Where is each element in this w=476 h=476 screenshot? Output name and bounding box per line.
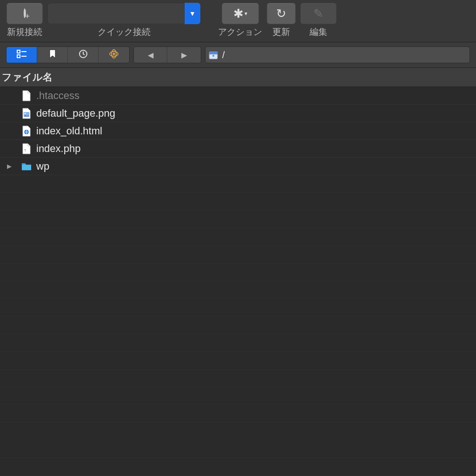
file-list: .htaccess default_page.png index_old.htm… <box>0 87 476 476</box>
quick-connect-control: ▼ <box>47 3 200 24</box>
empty-row <box>0 246 476 264</box>
empty-row <box>0 405 476 423</box>
view-bonjour-button[interactable] <box>99 47 129 63</box>
file-name: wp <box>36 160 49 172</box>
file-row[interactable]: ▶ wp <box>0 158 476 175</box>
file-row[interactable]: default_page.png <box>0 105 476 122</box>
quick-connect-input[interactable] <box>47 3 185 24</box>
edit-button[interactable]: ✎ <box>300 3 337 24</box>
pencil-icon: ✎ <box>313 7 324 21</box>
disk-icon <box>208 49 218 60</box>
empty-row <box>0 175 476 193</box>
empty-row <box>0 228 476 246</box>
file-row[interactable]: T index.php <box>0 140 476 158</box>
quick-connect-dropdown-button[interactable]: ▼ <box>185 3 200 24</box>
main-toolbar: + 新規接続 ▼ クイック接続 ✱ ▾ アクション ↻ 更新 ✎ 編集 <box>0 0 476 42</box>
refresh-group: ↻ 更新 <box>267 3 296 38</box>
view-outline-button[interactable] <box>7 47 37 63</box>
refresh-icon: ↻ <box>276 7 286 21</box>
svg-point-12 <box>25 112 26 114</box>
svg-point-10 <box>212 55 214 57</box>
gear-icon: ✱ <box>233 7 244 21</box>
path-bar[interactable]: / <box>205 47 469 63</box>
view-mode-segment <box>7 47 129 63</box>
action-button[interactable]: ✱ ▾ <box>222 3 259 24</box>
file-row[interactable]: .htaccess <box>0 87 476 105</box>
image-file-icon <box>21 107 32 119</box>
svg-rect-2 <box>17 55 20 58</box>
new-connection-group: + 新規接続 <box>7 3 43 38</box>
svg-point-7 <box>113 53 115 55</box>
disclosure-triangle-icon: ▶ <box>7 163 12 170</box>
empty-row <box>0 352 476 370</box>
column-filename-label: ファイル名 <box>2 72 53 82</box>
php-file-icon: T <box>21 143 32 155</box>
column-header[interactable]: ファイル名 <box>0 68 476 87</box>
edit-group: ✎ 編集 <box>300 3 337 38</box>
quick-connect-label: クイック接続 <box>98 26 151 38</box>
arrow-right-icon: ▶ <box>181 51 187 60</box>
empty-row <box>0 299 476 317</box>
bookmark-icon <box>49 49 56 61</box>
nav-segment: ◀ ▶ <box>134 47 201 63</box>
expand-toggle[interactable]: ▶ <box>5 163 14 170</box>
empty-row <box>0 440 476 458</box>
new-connection-button[interactable]: + <box>7 3 43 24</box>
empty-row <box>0 264 476 281</box>
file-name: index.php <box>36 143 80 155</box>
file-name: default_page.png <box>36 107 115 119</box>
empty-row <box>0 387 476 405</box>
clock-icon <box>79 49 88 61</box>
action-group: ✱ ▾ アクション <box>218 3 262 38</box>
nav-back-button[interactable]: ◀ <box>134 47 167 63</box>
chevron-down-icon: ▼ <box>189 10 196 17</box>
file-icon <box>21 90 32 102</box>
svg-rect-0 <box>17 50 20 53</box>
empty-row <box>0 423 476 440</box>
folder-icon <box>21 160 32 172</box>
refresh-label: 更新 <box>272 26 290 38</box>
empty-row <box>0 317 476 334</box>
svg-rect-9 <box>209 52 218 54</box>
empty-row <box>0 370 476 387</box>
path-text: / <box>222 50 225 60</box>
empty-row <box>0 211 476 228</box>
outline-view-icon <box>17 50 27 60</box>
nav-forward-button[interactable]: ▶ <box>167 47 201 63</box>
view-history-button[interactable] <box>68 47 99 63</box>
view-nav-bar: ◀ ▶ / <box>0 42 476 68</box>
empty-row <box>0 334 476 352</box>
arrow-left-icon: ◀ <box>148 51 153 60</box>
bonjour-icon <box>109 49 119 61</box>
view-bookmark-button[interactable] <box>37 47 68 63</box>
chevron-down-icon: ▾ <box>245 10 247 17</box>
file-name: index_old.html <box>36 125 102 137</box>
file-name: .htaccess <box>36 90 79 102</box>
empty-row <box>0 281 476 299</box>
quick-connect-group: ▼ クイック接続 <box>47 3 200 38</box>
action-label: アクション <box>218 26 262 38</box>
empty-row <box>0 193 476 211</box>
edit-label: 編集 <box>310 26 327 38</box>
new-connection-label: 新規接続 <box>7 26 42 38</box>
html-file-icon <box>21 125 32 137</box>
refresh-button[interactable]: ↻ <box>267 3 296 24</box>
globe-plus-icon: + <box>24 9 26 18</box>
file-row[interactable]: index_old.html <box>0 122 476 140</box>
empty-row <box>0 458 476 476</box>
